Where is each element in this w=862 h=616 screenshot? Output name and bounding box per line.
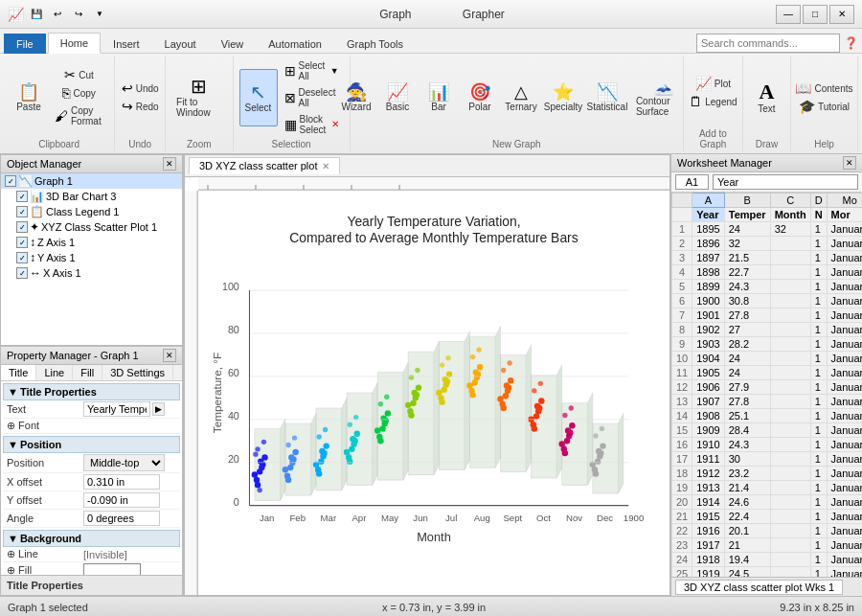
tree-check-xaxis[interactable]: ✓ <box>16 267 28 279</box>
ws-cell-a[interactable]: 1911 <box>692 452 724 467</box>
ws-cell-d[interactable]: 1 <box>810 395 827 409</box>
ws-cell-c[interactable] <box>770 395 810 409</box>
ws-cell-b[interactable]: 24.3 <box>724 438 770 452</box>
ws-cell-c[interactable] <box>770 380 810 395</box>
close-button[interactable]: ✕ <box>829 5 854 24</box>
col-header-num[interactable] <box>672 194 692 208</box>
plot-button[interactable]: 📈 Plot <box>684 75 741 92</box>
ws-cell-c[interactable] <box>770 538 810 553</box>
tree-check-bar3d[interactable]: ✓ <box>16 191 28 202</box>
ws-cell-b[interactable]: 23.2 <box>724 467 770 481</box>
ws-cell-a[interactable]: 1908 <box>692 409 724 423</box>
ws-cell-a[interactable]: 1907 <box>692 395 724 409</box>
deselect-all-button[interactable]: ⊠ Deselect All <box>280 84 344 110</box>
angle-input[interactable] <box>83 511 160 526</box>
tree-item-bar3d[interactable]: ✓ 📊 3D Bar Chart 3 <box>1 189 182 204</box>
ws-cell-a[interactable]: 1897 <box>692 251 724 265</box>
col-header-d[interactable]: D <box>810 194 827 208</box>
ws-cell-e[interactable]: January <box>827 237 862 251</box>
ws-cell-b[interactable]: 28.2 <box>724 337 770 352</box>
ws-cell-c[interactable] <box>770 308 810 323</box>
tab-view[interactable]: View <box>209 34 257 54</box>
ws-cell-c[interactable] <box>770 452 810 467</box>
ws-cell-d[interactable]: 1 <box>810 237 827 251</box>
chart-svg-container[interactable]: Yearly Temperature Variation, Compared t… <box>198 191 669 595</box>
ws-cell-e[interactable]: January <box>827 280 862 294</box>
ws-cell-c[interactable] <box>770 251 810 265</box>
tab-graph-tools[interactable]: Graph Tools <box>334 34 416 54</box>
ws-cell-e[interactable]: January <box>827 553 862 567</box>
ws-cell-c[interactable] <box>770 337 810 352</box>
expand-fill-icon[interactable]: ⊕ <box>7 564 15 576</box>
ws-cell-d[interactable]: 1 <box>810 323 827 337</box>
ws-cell-d[interactable]: 1 <box>810 524 827 538</box>
ws-cell-e[interactable]: January <box>827 423 862 438</box>
ws-cell-c[interactable] <box>770 438 810 452</box>
tab-automation[interactable]: Automation <box>256 34 334 54</box>
ws-cell-a[interactable]: 1895 <box>692 222 724 237</box>
ws-cell-b[interactable]: 32 <box>724 237 770 251</box>
ws-cell-a[interactable]: 1903 <box>692 337 724 352</box>
ws-cell-c[interactable] <box>770 553 810 567</box>
cell-ref-input[interactable] <box>675 174 709 190</box>
chart-tab-scatter[interactable]: 3D XYZ class scatter plot ✕ <box>189 157 340 174</box>
ws-cell-d[interactable]: 1 <box>810 553 827 567</box>
ws-cell-c[interactable] <box>770 280 810 294</box>
ws-cell-e[interactable]: January <box>827 567 862 578</box>
ws-cell-e[interactable]: January <box>827 524 862 538</box>
property-manager-close-btn[interactable]: ✕ <box>163 349 176 362</box>
tab-home[interactable]: Home <box>48 33 101 54</box>
tree-item-legend[interactable]: ✓ 📋 Class Legend 1 <box>1 204 182 219</box>
ws-cell-c[interactable] <box>770 524 810 538</box>
tree-check-zaxis[interactable]: ✓ <box>16 237 28 248</box>
ws-cell-e[interactable]: January <box>827 510 862 524</box>
paste-button[interactable]: 📋 Paste <box>10 69 48 126</box>
qa-undo[interactable]: ↩ <box>49 6 66 23</box>
ws-cell-c[interactable] <box>770 366 810 380</box>
object-manager-close-btn[interactable]: ✕ <box>163 157 176 171</box>
prop-tab-3d-settings[interactable]: 3D Settings <box>102 365 173 380</box>
qa-redo[interactable]: ↪ <box>70 6 87 23</box>
col-header-b[interactable]: B <box>724 194 770 208</box>
ws-cell-e[interactable]: January <box>827 495 862 510</box>
copy-button[interactable]: ⎘ Copy <box>50 84 108 102</box>
fit-to-window-button[interactable]: ⊞ Fit to Window <box>171 69 226 126</box>
ws-cell-c[interactable] <box>770 467 810 481</box>
ws-cell-d[interactable]: 1 <box>810 251 827 265</box>
ws-cell-d[interactable]: 1 <box>810 380 827 395</box>
ws-cell-e[interactable]: January <box>827 323 862 337</box>
ws-cell-d[interactable]: 1 <box>810 481 827 495</box>
ws-cell-a[interactable]: 1909 <box>692 423 724 438</box>
ws-cell-d[interactable]: 1 <box>810 423 827 438</box>
ws-cell-d[interactable]: 1 <box>810 495 827 510</box>
ws-cell-b[interactable]: 28.4 <box>724 423 770 438</box>
specialty-button[interactable]: ⭐ Specialty <box>543 69 583 126</box>
ws-cell-e[interactable]: January <box>827 366 862 380</box>
ws-cell-e[interactable]: January <box>827 265 862 280</box>
tree-check-graph1[interactable]: ✓ <box>5 175 16 187</box>
tree-check-yaxis[interactable]: ✓ <box>16 252 28 263</box>
statistical-button[interactable]: 📉 Statistical <box>586 69 628 126</box>
ws-cell-c[interactable]: 32 <box>770 222 810 237</box>
prop-tab-title[interactable]: Title <box>1 365 36 380</box>
ws-cell-e[interactable]: January <box>827 222 862 237</box>
tree-item-zaxis[interactable]: ✓ ↕ Z Axis 1 <box>1 235 182 250</box>
ws-cell-e[interactable]: January <box>827 538 862 553</box>
ws-cell-b[interactable]: 24.6 <box>724 495 770 510</box>
ws-cell-a[interactable]: 1896 <box>692 237 724 251</box>
ws-cell-e[interactable]: January <box>827 337 862 352</box>
ws-cell-d[interactable]: 1 <box>810 567 827 578</box>
ws-cell-b[interactable]: 27.9 <box>724 380 770 395</box>
ws-cell-a[interactable]: 1912 <box>692 467 724 481</box>
ws-cell-a[interactable]: 1906 <box>692 380 724 395</box>
select-button[interactable]: ↖ Select <box>239 69 278 126</box>
ws-cell-a[interactable]: 1910 <box>692 438 724 452</box>
x-offset-input[interactable] <box>83 474 160 490</box>
ws-cell-b[interactable]: 24 <box>724 366 770 380</box>
tab-file[interactable]: File <box>4 34 46 54</box>
ws-cell-b[interactable]: 22.4 <box>724 510 770 524</box>
tree-item-scatter[interactable]: ✓ ✦ XYZ Class Scatter Plot 1 <box>1 219 182 235</box>
ws-cell-c[interactable] <box>770 495 810 510</box>
ws-cell-b[interactable]: 24.5 <box>724 567 770 578</box>
position-select[interactable]: Middle-top <box>83 454 165 471</box>
